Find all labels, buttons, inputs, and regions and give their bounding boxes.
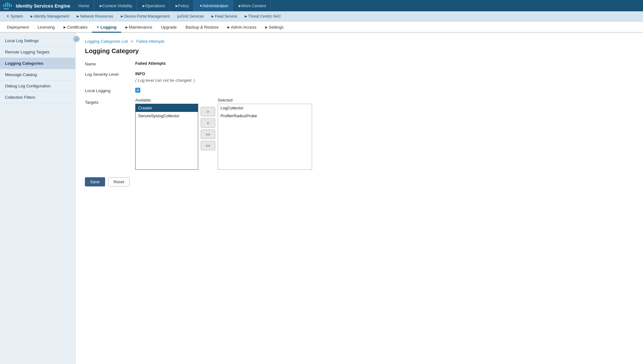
sidebar-item-message-catalog[interactable]: Message Catalog bbox=[0, 69, 75, 80]
nav-pxgrid[interactable]: pxGrid Services bbox=[173, 11, 208, 21]
tab-certificates[interactable]: ▶Certificates bbox=[59, 23, 92, 33]
name-label: Name bbox=[85, 61, 135, 66]
page-title: Logging Category bbox=[85, 47, 634, 55]
top-nav-items: Home ▶Context Visibility ▶Operations ▶Po… bbox=[74, 0, 271, 11]
tab-navigation: Deployment Licensing ▶Certificates ▼Logg… bbox=[0, 21, 643, 33]
logo: cisco Identity Services Engine bbox=[3, 1, 70, 10]
selected-list-container: Selected: LogCollector ProfilerRadiusPro… bbox=[218, 98, 312, 170]
svg-rect-3 bbox=[9, 3, 10, 7]
local-logging-label: Local Logging bbox=[85, 88, 135, 93]
breadcrumb-parent-link[interactable]: Logging Categories List bbox=[85, 39, 128, 44]
svg-rect-0 bbox=[3, 4, 4, 7]
available-label: Available: bbox=[135, 98, 198, 102]
move-all-right-button[interactable]: >> bbox=[201, 130, 215, 139]
selected-list-box[interactable]: LogCollector ProfilerRadiusProbe bbox=[218, 104, 312, 170]
targets-label: Targets bbox=[85, 98, 135, 105]
sidebar-item-local-log-settings[interactable]: Local Log Settings bbox=[0, 35, 75, 47]
sidebar-item-logging-categories[interactable]: Logging Categories bbox=[0, 58, 75, 69]
action-buttons: Save Reset bbox=[85, 177, 634, 186]
nav-feed-service[interactable]: ▶Feed Service bbox=[208, 11, 241, 21]
local-logging-checkbox[interactable]: ✓ bbox=[135, 88, 140, 93]
selected-item-profiler-radius[interactable]: ProfilerRadiusProbe bbox=[218, 112, 312, 120]
name-value: Failed Attempts bbox=[135, 61, 166, 66]
tab-admin-access[interactable]: ▶Admin Access bbox=[223, 23, 261, 33]
move-left-button[interactable]: < bbox=[201, 118, 215, 128]
nav-system[interactable]: ▼System bbox=[3, 11, 27, 21]
svg-text:cisco: cisco bbox=[4, 8, 9, 10]
product-name: Identity Services Engine bbox=[16, 3, 70, 8]
targets-content: Available: Crawler SecureSyslogCollector… bbox=[135, 98, 312, 170]
nav-identity-management[interactable]: ▶Identity Management bbox=[27, 11, 73, 21]
main-layout: ‹ Local Log Settings Remote Logging Targ… bbox=[0, 33, 643, 364]
tab-maintenance[interactable]: ▶Maintenance bbox=[121, 23, 157, 33]
top-navigation: cisco Identity Services Engine Home ▶Con… bbox=[0, 0, 643, 11]
nav-threat-centric[interactable]: ▶Threat Centric NAC bbox=[241, 11, 285, 21]
nav-administration[interactable]: ▼Administration bbox=[194, 0, 233, 11]
sidebar-item-remote-logging-targets[interactable]: Remote Logging Targets bbox=[0, 47, 75, 58]
tab-licensing[interactable]: Licensing bbox=[33, 23, 59, 33]
tab-backup-restore[interactable]: Backup & Restore bbox=[181, 23, 223, 33]
tab-logging[interactable]: ▼Logging bbox=[92, 23, 121, 33]
available-list-box[interactable]: Crawler SecureSyslogCollector bbox=[135, 104, 198, 170]
severity-content: INFO ( Log level can not be changed. ) bbox=[135, 71, 195, 83]
content-area: Logging Categories List > Failed Attempt… bbox=[75, 33, 643, 364]
svg-rect-4 bbox=[11, 4, 12, 7]
available-list-container: Available: Crawler SecureSyslogCollector bbox=[135, 98, 198, 170]
sidebar-collapse-button[interactable]: ‹ bbox=[73, 36, 80, 42]
nav-operations[interactable]: ▶Operations bbox=[137, 0, 170, 11]
log-level-note: ( Log level can not be changed. ) bbox=[135, 78, 195, 83]
selected-item-log-collector[interactable]: LogCollector bbox=[218, 104, 312, 112]
tab-upgrade[interactable]: Upgrade bbox=[157, 23, 181, 33]
sidebar: ‹ Local Log Settings Remote Logging Targ… bbox=[0, 33, 75, 364]
available-item-secure-syslog[interactable]: SecureSyslogCollector bbox=[136, 112, 198, 120]
available-item-crawler[interactable]: Crawler bbox=[136, 104, 198, 112]
severity-label: Log Severity Level bbox=[85, 71, 135, 77]
move-right-button[interactable]: > bbox=[201, 107, 215, 116]
move-all-left-button[interactable]: << bbox=[201, 141, 215, 150]
nav-policy[interactable]: ▶Policy bbox=[170, 0, 194, 11]
second-navigation: ▼System ▶Identity Management ▶Network Re… bbox=[0, 11, 643, 21]
reset-button[interactable]: Reset bbox=[108, 177, 130, 186]
breadcrumb-current: Failed Attempts bbox=[136, 39, 165, 44]
sidebar-item-collection-filters[interactable]: Collection Filters bbox=[0, 92, 75, 103]
nav-device-portal[interactable]: ▶Device Portal Management bbox=[117, 11, 174, 21]
svg-rect-1 bbox=[5, 3, 6, 7]
form-row-targets: Targets Available: Crawler SecureSyslogC… bbox=[85, 98, 634, 170]
save-button[interactable]: Save bbox=[85, 177, 105, 186]
severity-value: INFO bbox=[135, 71, 195, 76]
nav-context-visibility[interactable]: ▶Context Visibility bbox=[94, 0, 137, 11]
breadcrumb: Logging Categories List > Failed Attempt… bbox=[85, 39, 634, 44]
form-row-severity: Log Severity Level INFO ( Log level can … bbox=[85, 71, 634, 83]
transfer-buttons: > < >> << bbox=[201, 98, 215, 150]
nav-network-resources[interactable]: ▶Network Resources bbox=[73, 11, 117, 21]
tab-deployment[interactable]: Deployment bbox=[3, 23, 33, 33]
tab-settings[interactable]: ▶Settings bbox=[261, 23, 288, 33]
form-row-local-logging: Local Logging ✓ bbox=[85, 88, 634, 93]
nav-home[interactable]: Home bbox=[74, 0, 94, 11]
checkmark-icon: ✓ bbox=[136, 88, 139, 92]
sidebar-item-debug-log-configuration[interactable]: Debug Log Configuration bbox=[0, 80, 75, 92]
svg-rect-2 bbox=[7, 2, 8, 7]
cisco-logo-icon: cisco bbox=[3, 1, 14, 10]
nav-work-centers[interactable]: ▶Work Centers bbox=[233, 0, 271, 11]
breadcrumb-separator: > bbox=[131, 39, 133, 44]
selected-label: Selected: bbox=[218, 98, 312, 102]
form-row-name: Name Failed Attempts bbox=[85, 61, 634, 66]
